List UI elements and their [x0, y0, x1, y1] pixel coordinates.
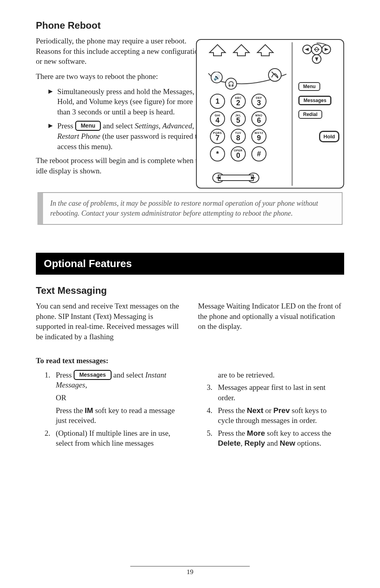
- info-note-box: In the case of problems, it may be possi…: [37, 192, 343, 225]
- text: Press the IM soft key to read a message …: [36, 405, 182, 426]
- nav-cluster: [298, 42, 335, 66]
- list-number: 5.: [207, 428, 218, 439]
- bullet-arrow-icon: ►: [47, 87, 54, 96]
- text: and: [265, 439, 280, 447]
- messages-key-icon: Messages: [74, 370, 112, 380]
- key-7: PQRS7: [210, 129, 225, 144]
- text: Press the: [56, 406, 85, 415]
- messages-button: Messages: [298, 96, 331, 105]
- key-2: ABC2: [231, 94, 246, 109]
- key-hash: #: [251, 146, 266, 161]
- list-number: 3.: [207, 382, 218, 393]
- hold-button: Hold: [319, 131, 339, 142]
- menu-key-icon: Menu: [75, 121, 101, 131]
- paragraph: Periodically, the phone may require a us…: [36, 36, 207, 67]
- list-item: 5. Press the More soft key to access the…: [198, 428, 344, 448]
- key-9: WXYZ9: [251, 129, 266, 144]
- keypad: 1 ABC2 DEF3 GHI4 JKL5 MNO6 PQRS7 TUV8 WX…: [209, 92, 276, 163]
- bullet-text: Simultaneously press and hold the Messag…: [57, 87, 207, 117]
- svg-text:🎧: 🎧: [228, 81, 235, 87]
- text: Press the More soft key to access the De…: [218, 428, 344, 448]
- text: OR: [36, 393, 182, 403]
- key-8: TUV8: [231, 129, 246, 144]
- page-footer: 19: [130, 566, 250, 576]
- section-header-optional-features: Optional Features: [36, 253, 344, 275]
- softkey-label: Prev: [273, 406, 290, 415]
- key-4: GHI4: [210, 111, 225, 126]
- list-number: 4.: [207, 405, 218, 416]
- mode-buttons: 🔊 🎧: [210, 72, 253, 92]
- text: are to be retrieved.: [198, 370, 344, 380]
- mute-button: [267, 67, 283, 83]
- list-item: 3. Messages appear first to last in sent…: [198, 382, 344, 403]
- list-item: 4. Press the Next or Prev soft keys to c…: [198, 405, 344, 426]
- text: Press the: [218, 429, 247, 437]
- paragraph: The reboot process will begin and is com…: [36, 155, 207, 176]
- text: Messages appear first to last in sent or…: [218, 382, 344, 403]
- redial-button: Redial: [298, 110, 322, 119]
- key-3: DEF3: [251, 94, 266, 109]
- text: Press: [56, 371, 74, 379]
- paragraph: There are two ways to reboot the phone:: [36, 71, 207, 82]
- text: and select: [103, 122, 135, 130]
- softkey-label: Reply: [245, 439, 265, 447]
- softkeys-row: [206, 42, 285, 66]
- subheading-read-messages: To read text messages:: [36, 356, 344, 365]
- footer-rule: [130, 566, 250, 566]
- phone-right-panel: Menu Messages Redial Hold: [292, 42, 339, 186]
- text: (Optional) If multiple lines are in use,…: [56, 428, 182, 448]
- bullet-text: Press Menu and select Settings, Advanced…: [57, 121, 207, 151]
- heading-text-messaging: Text Messaging: [36, 285, 344, 296]
- softkey-label: New: [280, 439, 295, 447]
- softkey-label: More: [247, 429, 265, 437]
- page-number: 19: [187, 568, 194, 576]
- left-steps: 1. Press Messages and select Instant Mes…: [36, 370, 182, 451]
- section-text-messaging: Text Messaging You can send and receive …: [36, 285, 344, 451]
- phone-left-panel: 🔊 🎧 1 ABC2 DEF3 GHI4 JKL5 MNO6 PQRS7 TUV: [202, 42, 285, 186]
- list-number: 2.: [45, 428, 56, 439]
- key-star: *: [210, 146, 225, 161]
- heading-phone-reboot: Phone Reboot: [36, 20, 344, 31]
- list-item: 1. Press Messages and select Instant Mes…: [36, 370, 182, 390]
- svg-rect-8: [218, 175, 253, 181]
- text: soft key to access the: [265, 429, 331, 437]
- side-buttons: Menu Messages Redial Hold: [298, 82, 339, 142]
- key-0: OPER0: [231, 146, 246, 161]
- softkey-label: Delete: [218, 439, 241, 447]
- text: ,: [241, 439, 245, 447]
- text: Press the Next or Prev soft keys to cycl…: [218, 405, 344, 426]
- text: options.: [295, 439, 321, 447]
- paragraph: Message Waiting Indicator LED on the fro…: [198, 301, 344, 332]
- bullet-arrow-icon: ►: [47, 121, 54, 131]
- key-5: JKL5: [231, 111, 246, 126]
- softkey-label: IM: [85, 406, 93, 415]
- softkey-label: Next: [247, 406, 263, 415]
- text: Press: [57, 122, 75, 130]
- menu-button: Menu: [298, 82, 320, 91]
- text: and select: [112, 371, 145, 379]
- text: or: [263, 406, 273, 415]
- key-6: MNO6: [251, 111, 266, 126]
- bullet-item: ► Simultaneously press and hold the Mess…: [36, 87, 207, 117]
- right-steps: are to be retrieved. 3. Messages appear …: [198, 370, 344, 451]
- paragraph: You can send and receive Text messages o…: [36, 301, 182, 342]
- volume-rocker: [212, 172, 260, 183]
- text: Press the: [218, 406, 247, 415]
- key-1: 1: [210, 94, 225, 109]
- bullet-item: ► Press Menu and select Settings, Advanc…: [36, 121, 207, 151]
- list-item: 2. (Optional) If multiple lines are in u…: [36, 428, 182, 448]
- list-number: 1.: [45, 370, 56, 380]
- phone-diagram: 🔊 🎧 1 ABC2 DEF3 GHI4 JKL5 MNO6 PQRS7 TUV: [196, 39, 344, 189]
- svg-text:🔊: 🔊: [214, 74, 221, 81]
